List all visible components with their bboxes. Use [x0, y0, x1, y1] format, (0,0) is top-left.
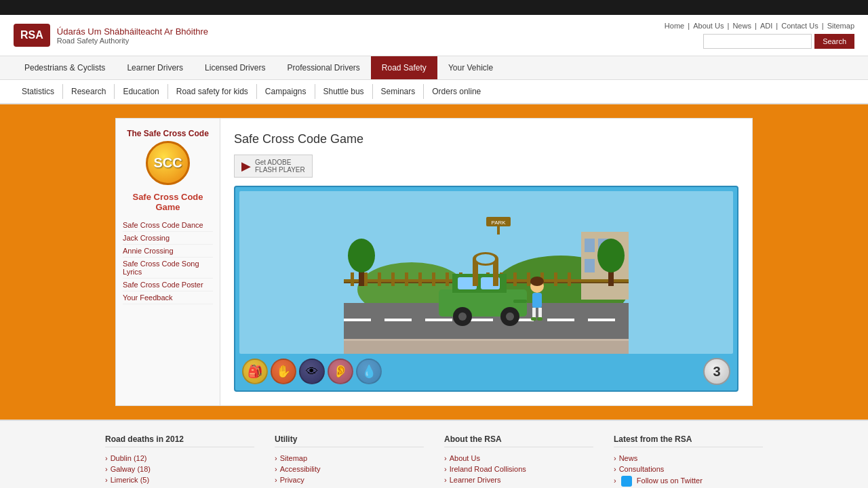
footer-link-aboutus[interactable]: About Us	[450, 454, 480, 462]
svg-rect-25	[527, 272, 530, 286]
list-item: Follow us on Twitter	[614, 474, 763, 488]
footer-link-dublin[interactable]: Dublin (12)	[111, 454, 147, 462]
sidebar-link-poster[interactable]: Safe Cross Code Poster	[123, 279, 213, 291]
svg-rect-50	[532, 293, 542, 308]
nav-link-learner[interactable]: Learner Drivers	[116, 56, 194, 79]
svg-rect-51	[532, 308, 536, 319]
subnav-item-campaigns: Campaigns	[257, 84, 315, 99]
game-frame: PARK	[234, 186, 738, 392]
footer-link-accessibility[interactable]: Accessibility	[280, 465, 321, 473]
subnav-link-statistics[interactable]: Statistics	[14, 84, 63, 99]
footer-col-deaths-heading: Road deaths in 2012	[105, 434, 254, 447]
list-item: Ireland Road Collisions	[444, 464, 593, 474]
sidebar-link-jack[interactable]: Jack Crossing	[123, 232, 213, 245]
nav-link-licensed[interactable]: Licensed Drivers	[194, 56, 276, 79]
list-item: Sitemap	[275, 453, 424, 464]
subnav-link-shuttle[interactable]: Shuttle bus	[315, 84, 373, 99]
scc-circle-logo: SCC	[146, 141, 190, 185]
nav-link-pedestrians[interactable]: Pedestrians & Cyclists	[14, 56, 116, 79]
link-contact[interactable]: Contact Us	[781, 22, 818, 30]
subnav-link-orders[interactable]: Orders online	[424, 84, 489, 99]
svg-rect-35	[547, 319, 574, 321]
footer-link-consultations[interactable]: Consultations	[619, 465, 665, 473]
nav-link-road-safety[interactable]: Road Safety	[371, 56, 437, 79]
link-sitemap[interactable]: Sitemap	[827, 22, 854, 30]
controls-left: 🎒 ✋ 👁 👂 💧	[242, 359, 382, 384]
sidebar-game-title: Safe Cross Code Game	[123, 192, 213, 212]
footer-link-sitemap[interactable]: Sitemap	[280, 454, 307, 462]
svg-rect-18	[432, 272, 435, 286]
control-button-2[interactable]: ✋	[271, 359, 296, 384]
list-item: Cork (21)	[105, 485, 254, 488]
link-home[interactable]: Home	[665, 22, 684, 30]
footer-link-galway[interactable]: Galway (18)	[111, 465, 151, 473]
subnav-item-research: Research	[63, 84, 115, 99]
footer-link-twitter[interactable]: Follow us on Twitter	[637, 476, 703, 485]
main-content: Safe Cross Code Game ▶ Get ADOBE FLASH P…	[220, 118, 753, 406]
page-background: The Safe Cross Code SCC Safe Cross Code …	[0, 104, 868, 420]
footer-col-utility-list: Sitemap Accessibility Privacy Disclaimer…	[275, 453, 424, 488]
link-about[interactable]: About Us	[693, 22, 724, 30]
footer-col-about: About the RSA About Us Ireland Road Coll…	[444, 434, 593, 488]
svg-rect-9	[497, 226, 500, 235]
subnav-link-campaigns[interactable]: Campaigns	[257, 84, 315, 99]
svg-rect-19	[446, 272, 449, 286]
svg-point-56	[348, 239, 375, 272]
nav-item-professional: Professional Drivers	[276, 56, 370, 79]
control-button-3[interactable]: 👁	[299, 359, 325, 384]
game-controls: 🎒 ✋ 👁 👂 💧 3	[239, 354, 733, 386]
svg-rect-14	[378, 272, 381, 286]
subnav-link-kids[interactable]: Road safety for kids	[168, 84, 257, 99]
sidebar-link-lyrics[interactable]: Safe Cross Code Song Lyrics	[123, 258, 213, 279]
list-item: Consultations	[614, 464, 763, 474]
org-name-line2: Road Safety Authority	[57, 37, 208, 45]
svg-rect-16	[405, 272, 408, 286]
svg-rect-28	[568, 272, 571, 286]
svg-rect-54	[537, 317, 542, 321]
scc-logo-area: The Safe Cross Code SCC	[123, 129, 213, 185]
link-adi[interactable]: ADI	[760, 22, 772, 30]
footer-col-about-list: About Us Ireland Road Collisions Learner…	[444, 453, 593, 488]
footer-col-deaths-list: Dublin (12) Galway (18) Limerick (5) Cor…	[105, 453, 254, 488]
sidebar-link-dance[interactable]: Safe Cross Code Dance	[123, 219, 213, 232]
svg-rect-24	[513, 272, 517, 286]
nav-link-vehicle[interactable]: Your Vehicle	[437, 56, 504, 79]
footer-link-news[interactable]: News	[619, 454, 638, 462]
sidebar: The Safe Cross Code SCC Safe Cross Code …	[115, 118, 220, 406]
control-button-1[interactable]: 🎒	[242, 359, 268, 384]
control-button-5[interactable]: 💧	[356, 359, 382, 384]
sub-nav: Statistics Research Education Road safet…	[0, 80, 868, 104]
footer: Road deaths in 2012 Dublin (12) Galway (…	[0, 420, 868, 488]
control-button-4[interactable]: 👂	[328, 359, 353, 384]
nav-link-professional[interactable]: Professional Drivers	[276, 56, 370, 79]
svg-rect-53	[531, 317, 536, 321]
svg-point-49	[530, 277, 544, 286]
footer-link-learner[interactable]: Learner Drivers	[450, 476, 501, 484]
footer-link-privacy[interactable]: Privacy	[280, 476, 304, 484]
sidebar-link-annie[interactable]: Annie Crossing	[123, 245, 213, 258]
subnav-link-research[interactable]: Research	[63, 84, 115, 99]
list-item: Your Feedback	[123, 291, 213, 304]
search-input[interactable]	[703, 34, 812, 49]
footer-link-collisions[interactable]: Ireland Road Collisions	[450, 465, 526, 473]
subnav-link-education[interactable]: Education	[115, 84, 167, 99]
list-item: About Us	[444, 453, 593, 464]
flash-text: Get ADOBE FLASH PLAYER	[255, 159, 305, 174]
footer-col-about-heading: About the RSA	[444, 434, 593, 447]
footer-col-utility-heading: Utility	[275, 434, 424, 447]
list-item: Licensed Drivers	[444, 485, 593, 488]
twitter-icon	[621, 476, 632, 487]
svg-point-63	[476, 254, 495, 264]
list-item: Galway (18)	[105, 464, 254, 474]
game-scene[interactable]: PARK	[239, 191, 733, 354]
list-item: Learner Drivers	[444, 474, 593, 485]
footer-link-limerick[interactable]: Limerick (5)	[111, 476, 149, 484]
nav-item-learner: Learner Drivers	[116, 56, 194, 79]
sidebar-link-feedback[interactable]: Your Feedback	[123, 291, 213, 304]
list-item: Dublin (12)	[105, 453, 254, 464]
search-button[interactable]: Search	[814, 34, 854, 49]
subnav-link-seminars[interactable]: Seminars	[373, 84, 425, 99]
header: RSA Údarás Um Shábháilteacht Ar Bhóithre…	[0, 15, 868, 56]
subnav-item-shuttle: Shuttle bus	[315, 84, 373, 99]
link-news[interactable]: News	[732, 22, 751, 30]
